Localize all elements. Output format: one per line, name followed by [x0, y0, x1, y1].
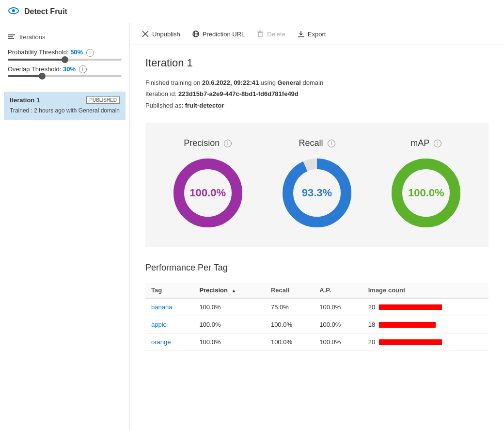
overlap-slider[interactable] — [8, 75, 122, 77]
ap-cell: 100.0% — [314, 316, 362, 334]
probability-slider[interactable] — [8, 59, 122, 61]
col-header-recall[interactable]: Recall — [265, 283, 314, 298]
recall-info-icon[interactable]: i — [328, 140, 335, 147]
delete-button[interactable]: Delete — [256, 28, 285, 40]
sidebar: Iterations Probability Threshold: 50% i … — [0, 23, 130, 430]
unpublish-icon — [142, 30, 149, 38]
app-icon — [8, 5, 19, 18]
recall-donut: 93.3% — [278, 154, 356, 232]
globe-icon — [192, 30, 200, 38]
probability-info-icon[interactable]: i — [86, 49, 94, 57]
svg-point-1 — [12, 9, 15, 12]
iterations-icon — [8, 33, 16, 41]
main-content: Unpublish Prediction URL Delete — [130, 23, 504, 430]
recall-metric: Recall i 93.3% — [278, 138, 356, 232]
app-header: Detect Fruit — [0, 0, 504, 23]
iteration-title: Iteration 1 — [145, 57, 488, 69]
main-layout: Iterations Probability Threshold: 50% i … — [0, 23, 504, 430]
prediction-url-button[interactable]: Prediction URL — [192, 28, 245, 40]
overlap-info-icon[interactable]: i — [79, 65, 87, 73]
unpublish-button[interactable]: Unpublish — [142, 28, 180, 40]
col-header-precision[interactable]: Precision ▲ — [193, 283, 265, 298]
iteration-list-item[interactable]: Iteration 1 PUBLISHED Trained : 2 hours … — [4, 92, 126, 120]
recall-cell: 100.0% — [265, 316, 314, 334]
precision-cell: 100.0% — [193, 316, 265, 334]
published-badge: PUBLISHED — [86, 96, 120, 104]
precision-info-icon[interactable]: i — [224, 140, 232, 147]
table-row: banana 100.0% 75.0% 100.0% 20 — [145, 298, 488, 316]
col-header-image-count[interactable]: Image count — [362, 283, 488, 298]
ap-cell: 100.0% — [314, 334, 362, 351]
sort-icon: ▲ — [232, 288, 236, 293]
col-header-ap[interactable]: A.P. — [314, 283, 362, 298]
precision-metric: Precision i 100.0% — [169, 138, 247, 232]
image-count-cell: 20 — [362, 298, 488, 316]
thresholds-section: Probability Threshold: 50% i Overlap Thr… — [0, 45, 129, 86]
delete-icon — [256, 30, 264, 38]
table-row: apple 100.0% 100.0% 100.0% 18 — [145, 316, 488, 334]
svg-rect-4 — [8, 38, 14, 39]
performance-title: Performance Per Tag — [145, 263, 488, 273]
iterations-label: Iterations — [19, 33, 45, 41]
map-info-icon[interactable]: i — [434, 140, 441, 147]
export-icon — [297, 30, 305, 38]
tag-cell[interactable]: orange — [145, 334, 193, 351]
tag-cell[interactable]: banana — [145, 298, 193, 316]
ap-cell: 100.0% — [314, 298, 362, 316]
col-header-tag[interactable]: Tag — [145, 283, 193, 298]
app-title: Detect Fruit — [24, 7, 67, 16]
export-button[interactable]: Export — [297, 28, 326, 40]
content-area: Iteration 1 Finished training on 20.6.20… — [130, 45, 504, 363]
recall-cell: 75.0% — [265, 298, 314, 316]
svg-rect-10 — [258, 32, 262, 37]
image-count-cell: 18 — [362, 316, 488, 334]
metrics-card: Precision i 100.0% Recall — [145, 123, 488, 247]
image-count-cell: 20 — [362, 334, 488, 351]
precision-donut: 100.0% — [169, 154, 247, 232]
probability-threshold: Probability Threshold: 50% i — [8, 48, 122, 61]
toolbar: Unpublish Prediction URL Delete — [130, 23, 504, 45]
iterations-section-header: Iterations — [0, 29, 129, 45]
map-donut: 100.0% — [387, 154, 465, 232]
svg-rect-3 — [8, 36, 13, 37]
svg-rect-2 — [8, 34, 15, 35]
recall-cell: 100.0% — [265, 334, 314, 351]
iteration-meta: Finished training on 20.6.2022, 09:22:41… — [145, 77, 488, 111]
map-metric: mAP i 100.0% — [387, 138, 465, 232]
overlap-threshold: Overlap Threshold: 30% i — [8, 65, 122, 78]
precision-cell: 100.0% — [193, 298, 265, 316]
table-row: orange 100.0% 100.0% 100.0% 20 — [145, 334, 488, 351]
performance-table: Tag Precision ▲ Recall A.P. Image count … — [145, 283, 488, 351]
tag-cell[interactable]: apple — [145, 316, 193, 334]
precision-cell: 100.0% — [193, 334, 265, 351]
